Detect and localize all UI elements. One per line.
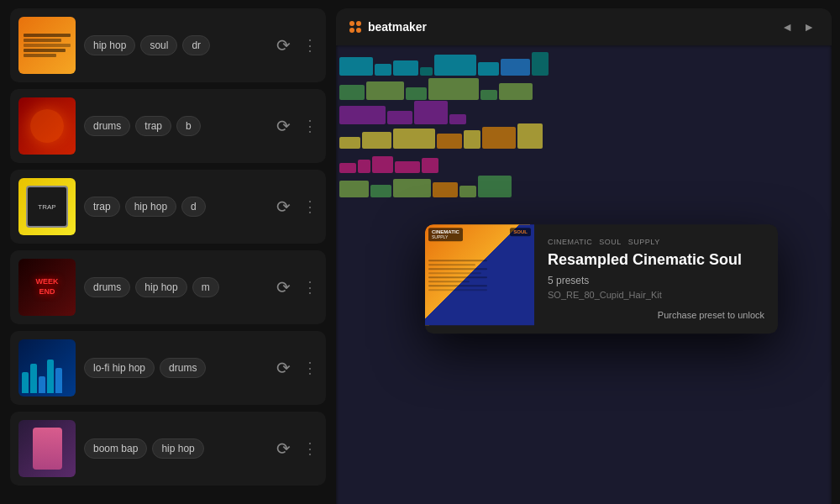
pack-actions-3: ⟳ ⋮ [270,194,318,219]
logo-dots [349,21,361,33]
daw-row-3 [339,101,828,124]
pack-thumb-3: TRAP [18,178,76,235]
export-btn-4[interactable]: ⟳ [270,275,296,300]
pack-card-6[interactable]: boom bap hip hop ⟳ ⋮ [10,412,326,486]
daw-bar [478,176,512,197]
pack-list: hip hop soul dr ⟳ ⋮ drums trap b ⟳ ⋮ [0,0,336,504]
tag-hiphop-3: hip hop [125,197,176,217]
daw-bar [393,179,431,197]
daw-bar [459,186,476,197]
logo-area: beatmaker [349,20,427,34]
pack-actions-6: ⟳ ⋮ [270,436,318,461]
popup-presets: 5 presets [548,275,764,286]
pack-thumb-1 [18,17,76,74]
daw-bar [339,57,373,76]
nav-arrows: ◄ ► [778,18,818,35]
popup-overlay: CINEMATIC SUPPLY SOUL CINEMATIC SOUL SUP… [425,224,778,333]
daw-bar [414,101,448,124]
nav-back[interactable]: ◄ [778,18,796,35]
pack-actions-2: ⟳ ⋮ [270,113,318,139]
popup-label-3: SUPPLY [628,238,660,246]
more-btn-6[interactable]: ⋮ [302,439,318,458]
more-btn-3[interactable]: ⋮ [302,197,318,216]
tag-hiphop-4: hip hop [135,277,186,297]
export-btn-3[interactable]: ⟳ [270,194,296,219]
tag-trap-3: trap [84,197,120,217]
nav-forward[interactable]: ► [800,18,818,35]
tag-boombap-6: boom bap [84,438,147,459]
export-btn-5[interactable]: ⟳ [270,355,296,381]
daw-bar [372,156,393,173]
tag-m-4: m [192,277,219,297]
more-btn-5[interactable]: ⋮ [302,359,318,377]
tag-lofi-5: lo-fi hip hop [84,358,155,378]
daw-bar [420,67,433,76]
tag-dr-1: dr [182,35,210,55]
more-btn-1[interactable]: ⋮ [302,36,318,55]
logo-dot-2 [356,21,361,26]
daw-bar [480,90,497,100]
tag-drums-4: drums [84,277,130,297]
daw-bar [478,62,499,76]
app-name: beatmaker [368,20,427,34]
popup-label-1: CINEMATIC [548,238,592,246]
daw-bar [339,137,360,149]
pack-tags-2: drums trap b [84,116,262,136]
daw-bar [517,123,543,149]
export-btn-2[interactable]: ⟳ [270,113,296,139]
daw-bar [362,132,391,149]
daw-bar [428,78,479,100]
pack-tags-3: trap hip hop d [84,197,262,217]
daw-bar [499,83,533,100]
daw-row-5 [339,150,828,173]
pack-thumb-4: WEEKEND [18,259,76,316]
daw-bar [532,52,549,76]
tag-d-3: d [181,197,206,217]
pack-actions-1: ⟳ ⋮ [270,33,318,58]
tag-hip-hop-1: hip hop [84,35,135,55]
popup-purchase-label: Purchase preset to unlock [548,310,764,320]
pack-card-4[interactable]: WEEKEND drums hip hop m ⟳ ⋮ [10,250,326,324]
popup-filename: SO_RE_80_Cupid_Hair_Kit [548,290,764,300]
logo-dot-4 [356,28,361,33]
pack-thumb-2 [18,97,76,155]
pack-tags-1: hip hop soul dr [84,35,262,55]
daw-bar [339,85,365,100]
daw-row-2 [339,76,828,100]
tag-drums-5: drums [160,358,206,378]
daw-row-6 [339,174,828,197]
daw-bar [393,60,418,76]
daw-bar [406,87,427,100]
daw-bar [422,158,438,173]
daw-bar [366,81,404,100]
daw-bar [375,64,391,76]
popup-image: CINEMATIC SUPPLY SOUL [425,224,534,325]
more-btn-2[interactable]: ⋮ [302,117,318,135]
daw-bar [339,106,386,124]
daw-bar [393,129,435,149]
export-btn-6[interactable]: ⟳ [270,436,296,461]
daw-bar [501,59,530,76]
pack-thumb-6 [18,420,76,477]
more-btn-4[interactable]: ⋮ [302,278,318,297]
daw-bar [437,134,462,149]
popup-content: CINEMATIC SOUL SUPPLY Resampled Cinemati… [534,224,778,333]
daw-bar [339,163,356,173]
pack-actions-5: ⟳ ⋮ [270,355,318,381]
export-btn-1[interactable]: ⟳ [270,33,296,58]
daw-bar [387,111,412,124]
daw-bar [464,130,480,149]
daw-bar [482,127,516,149]
pack-card-1[interactable]: hip hop soul dr ⟳ ⋮ [10,8,326,82]
pack-tags-6: boom bap hip hop [84,438,262,459]
pack-tags-5: lo-fi hip hop drums [84,358,262,378]
daw-row-4 [339,125,828,149]
pack-card-3[interactable]: TRAP trap hip hop d ⟳ ⋮ [10,170,326,244]
popup-label-2: SOUL [599,238,622,246]
pack-card-5[interactable]: lo-fi hip hop drums ⟳ ⋮ [10,331,326,405]
popup-title: Resampled Cinematic Soul [548,251,764,270]
tag-soul-1: soul [140,35,177,55]
daw-bar [370,185,391,197]
pack-card-2[interactable]: drums trap b ⟳ ⋮ [10,89,326,163]
daw-header: beatmaker ◄ ► [336,8,832,45]
